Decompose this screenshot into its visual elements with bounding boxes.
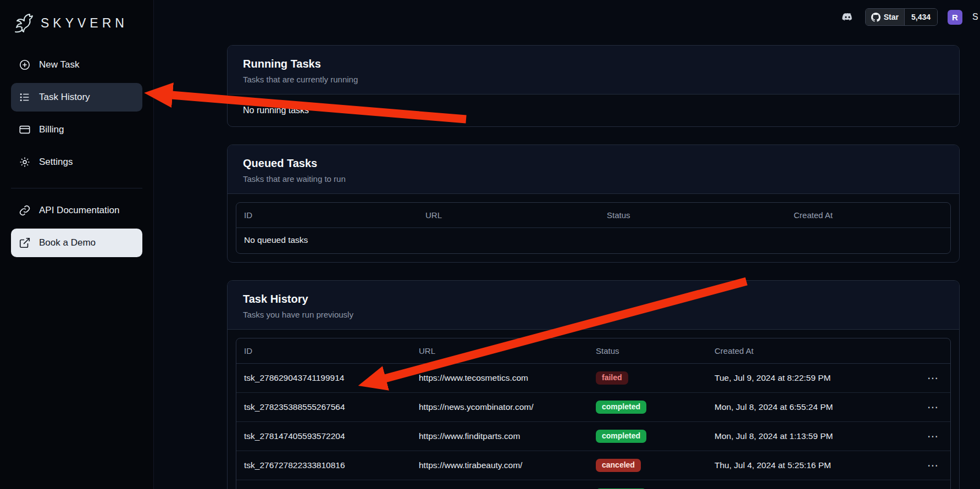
card-subtitle: Tasks that are waiting to run <box>243 174 944 184</box>
link-icon <box>19 204 31 216</box>
queued-table-header-row: ID URL Status Created At <box>236 203 950 228</box>
queued-tasks-card: Queued Tasks Tasks that are waiting to r… <box>227 145 960 263</box>
table-row[interactable]: tsk_278147405593572204 https://www.findi… <box>236 422 950 451</box>
task-created-at: Tue, Jul 9, 2024 at 8:22:59 PM <box>715 373 910 383</box>
running-tasks-header: Running Tasks Tasks that are currently r… <box>228 46 959 95</box>
main-area: Star 5,434 R S Running Tasks Tasks that … <box>154 0 980 489</box>
table-row[interactable]: tsk_276727822333810816 https://www.tirab… <box>236 451 950 480</box>
table-row[interactable]: tsk_274180139292204058 https://www.geico… <box>236 480 950 489</box>
status-badge: failed <box>596 371 628 384</box>
discord-icon[interactable] <box>840 11 855 23</box>
status-badge: canceled <box>596 459 641 471</box>
sidebar-item-billing[interactable]: Billing <box>11 115 142 144</box>
task-id: tsk_276727822333810816 <box>244 460 419 470</box>
column-header-id: ID <box>244 346 419 355</box>
skyvern-logo[interactable]: SKYVERN <box>11 8 142 38</box>
task-created-at: Mon, Jul 8, 2024 at 6:55:24 PM <box>715 402 910 412</box>
sidebar-item-api-documentation[interactable]: API Documentation <box>11 196 142 225</box>
queued-tasks-empty-message: No queued tasks <box>236 228 950 253</box>
github-star-count[interactable]: 5,434 <box>904 9 937 25</box>
row-actions-button[interactable]: ⋯ <box>923 399 943 415</box>
task-history-card: Task History Tasks you have run previous… <box>227 280 960 489</box>
row-actions-button[interactable]: ⋯ <box>923 429 943 444</box>
sidebar-item-label: New Task <box>39 59 79 70</box>
sidebar-item-label: Billing <box>39 124 64 135</box>
task-url: https://news.ycombinator.com/ <box>419 402 596 412</box>
column-header-created-at: Created At <box>794 210 943 220</box>
row-actions-button[interactable]: ⋯ <box>923 487 943 489</box>
status-badge: completed <box>596 430 646 442</box>
history-table-header-row: ID URL Status Created At <box>236 338 950 364</box>
brand-name: SKYVERN <box>41 16 128 31</box>
avatar[interactable]: R <box>948 10 962 25</box>
column-header-id: ID <box>244 210 425 220</box>
github-icon <box>871 13 881 22</box>
github-star-label: Star <box>884 13 899 21</box>
card-title: Task History <box>243 293 944 305</box>
sidebar-item-settings[interactable]: Settings <box>11 148 142 176</box>
task-id: tsk_278629043741199914 <box>244 373 419 383</box>
task-created-at: Mon, Jul 8, 2024 at 1:13:59 PM <box>715 431 910 441</box>
running-tasks-card: Running Tasks Tasks that are currently r… <box>227 45 960 127</box>
queued-tasks-header: Queued Tasks Tasks that are waiting to r… <box>228 145 959 194</box>
external-link-icon <box>19 237 31 249</box>
plus-circle-icon <box>19 59 31 71</box>
task-history-header: Task History Tasks you have run previous… <box>228 281 959 330</box>
task-url: https://www.finditparts.com <box>419 431 596 441</box>
sidebar-item-label: Task History <box>39 92 90 103</box>
username-clipped: S <box>972 12 979 22</box>
column-header-status: Status <box>596 346 715 355</box>
table-row[interactable]: tsk_278235388555267564 https://news.ycom… <box>236 393 950 422</box>
task-id: tsk_278235388555267564 <box>244 402 419 412</box>
queued-tasks-table: ID URL Status Created At No queued tasks <box>228 194 959 262</box>
book-a-demo-button[interactable]: Book a Demo <box>11 229 142 257</box>
sidebar-divider <box>11 188 142 188</box>
task-id: tsk_278147405593572204 <box>244 431 419 441</box>
task-history-table: ID URL Status Created At tsk_27862904374… <box>228 330 959 489</box>
topbar: Star 5,434 R S <box>840 0 980 34</box>
sidebar-item-new-task[interactable]: New Task <box>11 51 142 79</box>
github-star-button[interactable]: Star 5,434 <box>865 8 938 26</box>
list-icon <box>19 91 31 103</box>
column-header-created-at: Created At <box>715 346 910 355</box>
table-row[interactable]: tsk_278629043741199914 https://www.tecos… <box>236 364 950 393</box>
sidebar-item-label: Settings <box>39 157 73 168</box>
task-url: https://www.tecosmetics.com <box>419 373 596 383</box>
task-url: https://www.tirabeauty.com/ <box>419 460 596 470</box>
content: Running Tasks Tasks that are currently r… <box>154 0 980 489</box>
card-subtitle: Tasks you have run previously <box>243 310 944 319</box>
sidebar-item-label: API Documentation <box>39 205 119 216</box>
card-title: Queued Tasks <box>243 157 944 170</box>
row-actions-button[interactable]: ⋯ <box>923 458 943 473</box>
column-header-url: URL <box>419 346 596 355</box>
running-tasks-empty-message: No running tasks <box>228 95 959 126</box>
card-title: Running Tasks <box>243 58 944 70</box>
card-subtitle: Tasks that are currently running <box>243 75 944 84</box>
column-header-status: Status <box>607 210 794 220</box>
credit-card-icon <box>19 124 31 136</box>
status-badge: completed <box>596 401 646 413</box>
task-created-at: Thu, Jul 4, 2024 at 5:25:16 PM <box>715 460 910 470</box>
skyvern-dragon-icon <box>11 11 35 35</box>
sidebar-item-label: Book a Demo <box>39 237 96 248</box>
gear-icon <box>19 156 31 168</box>
sidebar: SKYVERN New Task Task History Billing Se… <box>0 0 154 489</box>
row-actions-button[interactable]: ⋯ <box>923 370 943 386</box>
column-header-url: URL <box>425 210 607 220</box>
sidebar-item-task-history[interactable]: Task History <box>11 83 142 112</box>
